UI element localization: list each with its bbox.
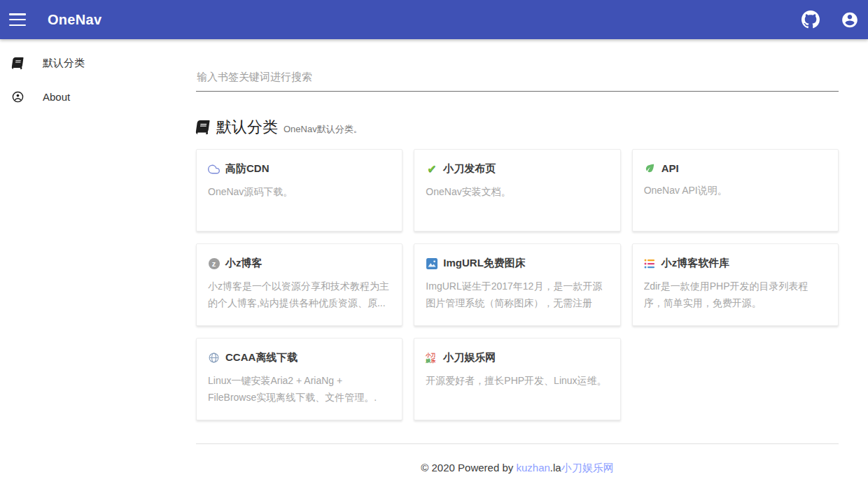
leaf-icon [644,162,656,174]
bookmark-description: OneNav安装文档。 [426,183,608,200]
search-input[interactable] [196,66,839,92]
book-icon [11,57,24,69]
cloud-icon [208,163,220,175]
bookmark-card[interactable]: 小z博客软件库Zdir是一款使用PHP开发的目录列表程序，简单实用，免费开源。 [632,243,839,326]
app-title: OneNav [48,12,102,28]
bookmark-card[interactable]: z小z博客小z博客是一个以资源分享和技术教程为主的个人博客,站内提供各种优质资源… [196,243,402,326]
bookmark-title: API [662,162,679,174]
bookmark-description: ImgURL诞生于2017年12月，是一款开源图片管理系统（简称图床），无需注册… [426,278,608,311]
bookmark-description: Linux一键安装Aria2 + AriaNg + FileBrowse实现离线… [208,372,391,406]
sidebar-item-about[interactable]: About [0,80,161,113]
image-icon [426,257,438,269]
github-icon[interactable] [802,10,820,29]
bookmark-card[interactable]: ✔小刀发布页OneNav安装文档。 [414,149,620,232]
bookmark-description: OneNav API说明。 [644,182,827,199]
bookmark-card[interactable]: 高防CDNOneNav源码下载。 [196,149,402,232]
hamburger-menu-icon[interactable] [9,13,26,26]
sidebar-item-label: About [43,91,70,103]
sidebar-item-default-category[interactable]: 默认分类 [0,46,161,80]
book-icon [196,120,210,134]
sidebar-item-label: 默认分类 [43,57,85,70]
bookmark-description: Zdir是一款使用PHP开发的目录列表程序，简单实用，免费开源。 [644,278,827,311]
account-circle-icon[interactable] [841,10,859,29]
check-icon: ✔ [426,163,438,175]
bookmark-description: OneNav源码下载。 [208,183,391,200]
z-circle-icon: z [208,257,220,269]
sidebar: 默认分类 About [0,39,161,475]
footer: © 2020 Powered by kuzhan.la小刀娱乐网 [196,462,839,475]
domain-suffix: .la [550,462,561,474]
bookmark-title: ImgURL免费图床 [443,257,526,270]
main-content: 默认分类 OneNav默认分类。 高防CDNOneNav源码下载。✔小刀发布页O… [161,39,868,475]
bookmark-title: 小z博客软件库 [662,257,730,270]
globe-icon [208,352,220,364]
bookmark-title: 小刀娱乐网 [443,351,496,364]
bookmark-description: 小z博客是一个以资源分享和技术教程为主的个人博客,站内提供各种优质资源、原... [208,278,391,311]
copyright-text: © 2020 Powered by [421,462,516,474]
category-section-header: 默认分类 OneNav默认分类。 [196,117,839,138]
xiaodao-logo-icon: 小刀娱乐 [426,352,438,364]
section-title: 默认分类 [216,117,278,138]
user-circle-icon [11,90,24,103]
bookmark-title: 小z博客 [225,257,262,270]
bookmark-card[interactable]: 小刀娱乐小刀娱乐网开源爱好者，擅长PHP开发、Linux运维。 [414,338,620,420]
bookmark-title: 小刀发布页 [443,162,496,176]
bookmark-description: 开源爱好者，擅长PHP开发、Linux运维。 [426,372,608,389]
footer-divider [196,443,839,444]
xiaodao-link[interactable]: 小刀娱乐网 [561,462,614,474]
app-header: OneNav [0,0,868,39]
bookmark-card[interactable]: ImgURL免费图床ImgURL诞生于2017年12月，是一款开源图片管理系统（… [414,243,620,326]
bookmark-title: CCAA离线下载 [225,351,298,364]
bookmark-title: 高防CDN [225,162,270,176]
bookmark-card[interactable]: CCAA离线下载Linux一键安装Aria2 + AriaNg + FileBr… [196,338,402,420]
section-subtitle: OneNav默认分类。 [284,123,363,136]
card-grid: 高防CDNOneNav源码下载。✔小刀发布页OneNav安装文档。APIOneN… [196,149,839,420]
kuzhan-link[interactable]: kuzhan [516,462,550,474]
bookmark-card[interactable]: APIOneNav API说明。 [632,149,839,232]
list-icon [644,257,656,269]
